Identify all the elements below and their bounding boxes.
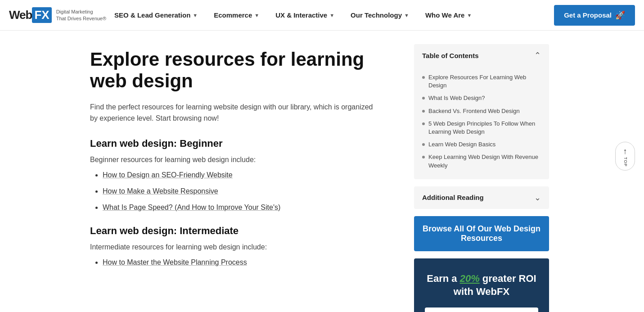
section-intermediate-intro: Intermediate resources for learning web …: [90, 243, 378, 251]
list-item: How to Make a Website Responsive: [103, 187, 378, 195]
toc-item[interactable]: 5 Web Design Principles To Follow When L…: [422, 118, 541, 138]
browse-resources-button[interactable]: Browse All Of Our Web Design Resources: [414, 216, 549, 251]
nav-technology-label: Our Technology: [351, 11, 402, 19]
toc-item[interactable]: Learn Web Design Basics: [422, 138, 541, 151]
beginner-link-list: How to Design an SEO-Friendly Website Ho…: [90, 171, 378, 212]
toc-item[interactable]: What Is Web Design?: [422, 92, 541, 104]
link-seo-friendly[interactable]: How to Design an SEO-Friendly Website: [103, 171, 233, 179]
toc-item[interactable]: Backend Vs. Frontend Web Design: [422, 105, 541, 118]
get-proposal-button[interactable]: Get a Proposal 🚀: [554, 5, 635, 26]
list-item: What Is Page Speed? (And How to Improve …: [103, 203, 378, 212]
toc-chevron-icon: ⌃: [534, 50, 541, 60]
additional-reading-header[interactable]: Additional Reading ⌄: [414, 186, 549, 209]
nav-seo-label: SEO & Lead Generation: [114, 11, 190, 19]
link-planning-process[interactable]: How to Master the Website Planning Proce…: [103, 258, 247, 266]
logo-fx: FX: [32, 7, 51, 23]
toc-bullet-icon: [422, 110, 425, 113]
toc-title: Table of Contents: [422, 52, 479, 59]
toc-item-label: Backend Vs. Frontend Web Design: [428, 107, 520, 115]
nav-who-chevron-icon: ▼: [467, 13, 472, 18]
toc-bullet-icon: [422, 156, 425, 158]
toc-bullet-icon: [422, 76, 425, 79]
sidebar: Table of Contents ⌃ Explore Resources Fo…: [405, 31, 558, 312]
nav-seo-chevron-icon: ▼: [193, 13, 198, 18]
additional-reading-title: Additional Reading: [422, 194, 484, 201]
nav-who-label: Who We Are: [425, 11, 465, 19]
main-nav: SEO & Lead Generation ▼ Ecommerce ▼ UX &…: [106, 0, 554, 31]
additional-reading-chevron-icon: ⌄: [534, 193, 541, 203]
toc-item[interactable]: Keep Learning Web Design With Revenue We…: [422, 151, 541, 172]
section-beginner-intro: Beginner resources for learning web desi…: [90, 156, 378, 164]
logo-web: Web: [9, 8, 32, 22]
toc-item[interactable]: Explore Resources For Learning Web Desig…: [422, 71, 541, 92]
logo[interactable]: WebFX: [9, 7, 52, 23]
nav-ux[interactable]: UX & Interactive ▼: [267, 0, 342, 31]
scroll-top-label: TOP: [623, 157, 627, 166]
additional-reading-box: Additional Reading ⌄: [414, 186, 549, 209]
roi-headline-prefix: Earn a: [427, 273, 459, 284]
toc-box: Table of Contents ⌃ Explore Resources Fo…: [414, 44, 549, 179]
scroll-to-top-button[interactable]: ↑ TOP: [615, 141, 635, 170]
section-beginner-heading: Learn web design: Beginner: [90, 138, 378, 149]
nav-technology[interactable]: Our Technology ▼: [342, 0, 417, 31]
roi-box: Earn a 20% greater ROI with WebFX Get a …: [414, 258, 549, 312]
toc-item-label: Keep Learning Web Design With Revenue We…: [428, 153, 541, 169]
nav-ux-label: UX & Interactive: [275, 11, 327, 19]
list-item: How to Master the Website Planning Proce…: [103, 258, 378, 267]
toc-item-label: Explore Resources For Learning Web Desig…: [428, 73, 541, 90]
toc-bullet-icon: [422, 97, 425, 99]
nav-who-we-are[interactable]: Who We Are ▼: [417, 0, 480, 31]
logo-tagline: Digital Marketing That Drives Revenue®: [56, 9, 106, 22]
nav-ux-chevron-icon: ▼: [329, 13, 334, 18]
page-description: Find the perfect resources for learning …: [90, 101, 378, 124]
toc-bullet-icon: [422, 143, 425, 146]
nav-ecommerce-chevron-icon: ▼: [254, 13, 259, 18]
nav-ecommerce-label: Ecommerce: [214, 11, 252, 19]
toc-item-label: What Is Web Design?: [428, 94, 485, 102]
nav-technology-chevron-icon: ▼: [404, 13, 409, 18]
roi-headline: Earn a 20% greater ROI with WebFX: [425, 272, 538, 298]
nav-ecommerce[interactable]: Ecommerce ▼: [206, 0, 267, 31]
site-header: WebFX Digital Marketing That Drives Reve…: [0, 0, 644, 31]
nav-seo-lead-gen[interactable]: SEO & Lead Generation ▼: [106, 0, 206, 31]
scroll-top-arrow-icon: ↑: [623, 146, 627, 156]
toc-header[interactable]: Table of Contents ⌃: [414, 44, 549, 67]
intermediate-link-list: How to Master the Website Planning Proce…: [90, 258, 378, 267]
toc-item-label: Learn Web Design Basics: [428, 140, 495, 149]
toc-body: Explore Resources For Learning Web Desig…: [414, 67, 549, 179]
rocket-icon: 🚀: [615, 10, 625, 20]
main-content: Explore resources for learning web desig…: [0, 31, 405, 312]
page-title: Explore resources for learning web desig…: [90, 49, 378, 92]
proposal-button-label: Get a Proposal: [564, 11, 612, 19]
toc-bullet-icon: [422, 122, 425, 125]
toc-item-label: 5 Web Design Principles To Follow When L…: [428, 120, 541, 136]
link-page-speed[interactable]: What Is Page Speed? (And How to Improve …: [103, 203, 280, 211]
list-item: How to Design an SEO-Friendly Website: [103, 171, 378, 179]
section-intermediate-heading: Learn web design: Intermediate: [90, 225, 378, 237]
page-wrapper: Explore resources for learning web desig…: [0, 31, 644, 312]
logo-area: WebFX Digital Marketing That Drives Reve…: [9, 7, 106, 23]
roi-percentage: 20%: [460, 273, 480, 284]
website-input[interactable]: [425, 307, 538, 312]
link-responsive[interactable]: How to Make a Website Responsive: [103, 187, 218, 195]
